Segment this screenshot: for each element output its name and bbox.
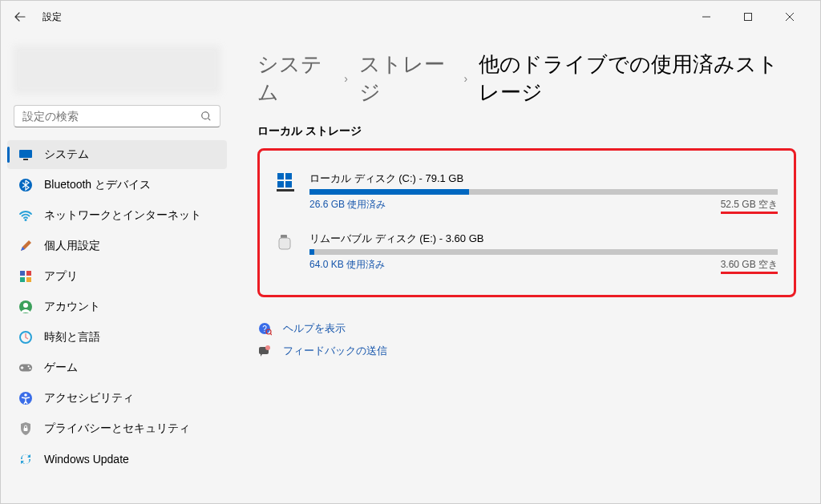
help-icon: ? [257,321,272,336]
feedback-link[interactable]: フィードバックの送信 [257,344,796,358]
minimize-button[interactable] [689,5,724,29]
shield-icon [18,421,33,436]
sidebar-item-accessibility[interactable]: アクセシビリティ [7,384,227,413]
highlight-annotation: ローカル ディスク (C:) - 79.1 GB 26.6 GB 使用済み 52… [257,148,796,297]
sidebar-item-label: Windows Update [44,453,129,466]
search-box[interactable] [14,105,220,127]
help-link[interactable]: ? ヘルプを表示 [257,321,796,336]
drive-row[interactable]: ローカル ディスク (C:) - 79.1 GB 26.6 GB 使用済み 52… [276,171,778,214]
used-link[interactable]: 64.0 KB 使用済み [309,258,385,274]
sidebar-item-personalization[interactable]: 個人用設定 [7,232,227,260]
drive-row[interactable]: リムーバブル ディスク (E:) - 3.60 GB 64.0 KB 使用済み … [276,232,778,274]
sidebar-item-privacy[interactable]: プライバシーとセキュリティ [7,414,227,443]
used-link[interactable]: 26.6 GB 使用済み [309,198,386,214]
back-button[interactable] [7,4,33,30]
window-title: 設定 [42,10,62,24]
drive-body: リムーバブル ディスク (E:) - 3.60 GB 64.0 KB 使用済み … [309,232,778,274]
sidebar-item-label: アカウント [44,300,100,314]
sidebar-item-label: プライバシーとセキュリティ [44,421,190,436]
sidebar-item-label: アクセシビリティ [44,391,134,405]
svg-rect-27 [279,238,290,249]
sidebar: システム Bluetooth とデバイス ネットワークとインターネット 個人用設… [1,33,233,503]
content-area: システム Bluetooth とデバイス ネットワークとインターネット 個人用設… [1,33,820,503]
sidebar-item-bluetooth[interactable]: Bluetooth とデバイス [7,171,227,200]
update-icon [18,452,33,466]
drive-meta: 26.6 GB 使用済み 52.5 GB 空き [309,198,778,214]
close-button[interactable] [772,5,807,29]
feedback-icon [257,344,272,358]
svg-rect-11 [26,277,31,282]
display-icon [18,147,33,162]
svg-point-7 [25,219,27,221]
drive-meta: 64.0 KB 使用済み 3.60 GB 空き [309,258,778,274]
minimize-icon [702,12,711,22]
sidebar-item-label: ゲーム [44,361,78,375]
svg-point-19 [24,393,27,397]
breadcrumb-current: 他のドライブでの使用済みストレージ [479,50,796,107]
apps-icon [18,269,33,284]
chevron-right-icon: › [464,72,468,85]
close-icon [785,12,795,22]
bluetooth-icon [18,178,33,192]
titlebar: 設定 [1,1,820,33]
svg-rect-25 [277,189,294,192]
sidebar-item-label: Bluetooth とデバイス [44,178,151,192]
drive-title: ローカル ディスク (C:) - 79.1 GB [309,171,778,186]
sidebar-item-windows-update[interactable]: Windows Update [7,445,227,474]
sidebar-item-system[interactable]: システム [7,140,227,169]
sidebar-item-label: システム [44,147,89,162]
sidebar-item-accounts[interactable]: アカウント [7,292,227,321]
accessibility-icon [18,391,33,405]
drive-title: リムーバブル ディスク (E:) - 3.60 GB [309,232,778,246]
profile-section[interactable] [14,46,220,94]
local-disk-icon [276,171,297,192]
sidebar-item-network[interactable]: ネットワークとインターネット [7,201,227,230]
maximize-button[interactable] [730,5,766,29]
storage-bar [309,249,778,255]
wifi-icon [18,208,33,223]
settings-window: 設定 システム Blue [0,0,821,504]
arrow-left-icon [14,10,26,23]
sidebar-item-label: ネットワークとインターネット [44,208,201,223]
svg-rect-20 [24,428,28,431]
chevron-right-icon: › [344,72,348,85]
svg-point-2 [202,112,209,119]
main-panel: システム › ストレージ › 他のドライブでの使用済みストレージ ローカル スト… [233,33,820,503]
sidebar-item-gaming[interactable]: ゲーム [7,353,227,382]
free-space: 52.5 GB 空き [721,198,778,214]
clock-globe-icon [18,330,33,345]
svg-rect-21 [277,173,284,179]
help-label: ヘルプを表示 [283,321,346,336]
svg-point-33 [265,345,270,350]
svg-rect-1 [745,14,752,21]
search-icon [200,111,212,122]
free-space: 3.60 GB 空き [721,258,778,274]
sidebar-item-label: 時刻と言語 [44,330,100,345]
sidebar-item-label: 個人用設定 [44,239,100,253]
storage-bar-fill [309,249,314,255]
breadcrumb-storage[interactable]: ストレージ [359,50,453,107]
storage-bar [309,189,778,195]
svg-rect-23 [277,181,284,187]
svg-line-31 [271,334,273,336]
brush-icon [18,239,33,253]
svg-rect-10 [20,277,25,282]
feedback-label: フィードバックの送信 [283,344,387,358]
window-controls [689,5,814,29]
sidebar-item-time-language[interactable]: 時刻と言語 [7,323,227,352]
breadcrumb: システム › ストレージ › 他のドライブでの使用済みストレージ [257,50,796,107]
sidebar-item-apps[interactable]: アプリ [7,262,227,291]
breadcrumb-system[interactable]: システム [257,50,333,107]
person-icon [18,300,33,314]
svg-line-3 [208,119,211,121]
svg-rect-8 [20,271,25,276]
svg-rect-9 [26,271,31,276]
svg-rect-5 [23,159,28,160]
svg-point-13 [23,303,28,308]
svg-rect-24 [285,181,292,187]
removable-disk-icon [276,232,297,252]
svg-point-16 [28,365,30,367]
search-input[interactable] [22,110,200,123]
drive-body: ローカル ディスク (C:) - 79.1 GB 26.6 GB 使用済み 52… [309,171,778,214]
gamepad-icon [18,361,33,375]
